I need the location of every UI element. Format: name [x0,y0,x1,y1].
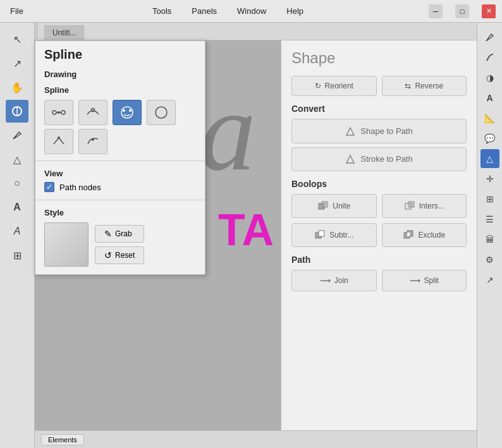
reorient-reverse-row: ↻ Reorient ⇆ Reverse [291,76,467,96]
corner-node-btn[interactable] [44,100,73,125]
stroke-to-path-icon [345,154,355,165]
layers-btn[interactable]: ⊞ [481,190,499,209]
svg-rect-20 [319,231,324,236]
pan-tool-btn[interactable]: ✋ [6,76,28,99]
cusp-node-btn[interactable] [44,129,73,154]
exclude-button[interactable]: Exclude [382,223,467,247]
text-btn[interactable]: A [481,88,499,107]
menu-window[interactable]: Window [233,4,270,18]
divider2 [35,200,205,200]
reorient-button[interactable]: ↻ Reorient [291,76,377,96]
node-grid-row2 [35,128,205,158]
subtract-button[interactable]: Subtr... [291,223,377,247]
svg-point-6 [92,109,95,112]
tab-bar: Untitl... [38,23,502,40]
reverse-button[interactable]: ⇆ Reverse [382,76,467,96]
tab-untitled[interactable]: Untitl... [44,25,84,40]
stroke-to-path-button[interactable]: Stroke to Path [291,147,467,172]
contrast-btn[interactable]: ◑ [481,68,499,87]
select-tool-btn[interactable]: ↖ [6,28,28,51]
draw-tool-btn[interactable] [6,100,28,123]
grab-button[interactable]: ✎ Grab [95,225,144,243]
path-nodes-checkbox[interactable]: ✓ [44,182,54,192]
panel-title: Spline [35,41,205,66]
menu-help[interactable]: Help [283,4,307,18]
svg-marker-14 [346,155,354,163]
cusp-node-icon [51,134,66,149]
view-section: View ✓ Path nodes [35,164,205,197]
settings-btn[interactable]: ⚙ [481,250,499,269]
view-label: View [44,169,196,182]
svg-point-10 [156,107,167,118]
svg-point-11 [58,136,60,139]
export-btn[interactable]: ↗ [481,270,499,289]
style-section: Style ✎ Grab ↺ Reset [35,203,205,274]
style-inner: ✎ Grab ↺ Reset [44,222,196,267]
shape-panel-title: Shape [291,49,467,67]
reorient-icon: ↻ [315,82,321,90]
shape-to-path-icon [345,126,355,136]
brush-btn[interactable] [481,48,499,67]
shape-btn[interactable]: △ [481,149,499,168]
exclude-icon [403,229,414,241]
right-toolbar: ◑ A 📐 💬 △ ✛ ⊞ ☰ 🏛 ⚙ ↗ [477,23,502,448]
node-tool-btn[interactable]: ↗ [6,52,28,75]
path-nodes-row: ✓ Path nodes [44,182,196,192]
boolops-section-title: Boolops [291,179,467,189]
svg-point-7 [121,107,133,118]
spline-panel: Spline Drawing Spline [35,40,205,275]
menu-tools[interactable]: Tools [149,4,175,18]
triangle-tool-btn[interactable]: △ [6,148,28,171]
split-icon: ⟿ [410,276,420,285]
svg-point-9 [129,109,132,112]
svg-rect-16 [322,202,328,207]
shape-panel: Shape ↻ Reorient ⇆ Reverse Convert Shape… [281,40,477,448]
style-buttons: ✎ Grab ↺ Reset [95,222,144,264]
shape-to-path-button[interactable]: Shape to Path [291,119,467,143]
text2-tool-btn[interactable]: A [6,220,28,243]
move-btn[interactable]: ✛ [481,169,499,188]
ruler-btn[interactable]: 📐 [481,109,499,128]
pen-icon [11,130,23,141]
circle-tool-btn[interactable]: ○ [6,172,28,195]
pencil-icon [485,32,495,42]
menu-panels[interactable]: Panels [188,4,221,18]
close-button[interactable]: ✕ [482,4,496,18]
svg-point-5 [58,111,60,114]
list-btn[interactable]: ☰ [481,210,499,229]
path-nodes-label: Path nodes [59,183,101,192]
museum-btn[interactable]: 🏛 [481,230,499,249]
split-button[interactable]: ⟿ Split [382,270,467,291]
style-preview [44,222,89,267]
elements-button[interactable]: Elements [41,434,84,445]
join-button[interactable]: ⟿ Join [291,270,377,291]
drawing-label: Drawing [35,66,205,82]
grid-tool-btn[interactable]: ⊞ [6,244,28,267]
canvas-decoration-ta: TA [218,205,274,255]
auto-node-icon [154,105,169,120]
unite-button[interactable]: Unite [291,194,377,218]
node-grid-row1 [35,97,205,128]
comment-btn[interactable]: 💬 [481,129,499,148]
menu-file[interactable]: File [6,4,27,18]
reset-button[interactable]: ↺ Reset [95,246,144,264]
symmetric-node-btn[interactable] [113,100,142,125]
corner-node-icon [51,105,66,120]
svg-marker-13 [346,128,354,135]
intersect-button[interactable]: Inters... [382,194,467,218]
svg-point-12 [92,138,94,141]
tangent-node-btn[interactable] [78,129,107,154]
subtract-icon [314,229,326,241]
convert-section-title: Convert [291,104,467,114]
maximize-button[interactable]: □ [455,4,469,18]
pencil-btn[interactable] [481,28,499,47]
pen-tool-btn[interactable] [6,124,28,147]
svg-point-3 [61,111,65,114]
intersect-icon [404,200,415,212]
minimize-button[interactable]: ─ [429,4,443,18]
text-tool-btn[interactable]: A [6,196,28,219]
svg-point-8 [123,109,125,112]
smooth-node-btn[interactable] [78,100,107,125]
auto-node-btn[interactable] [147,100,176,125]
symmetric-node-icon [119,105,135,120]
